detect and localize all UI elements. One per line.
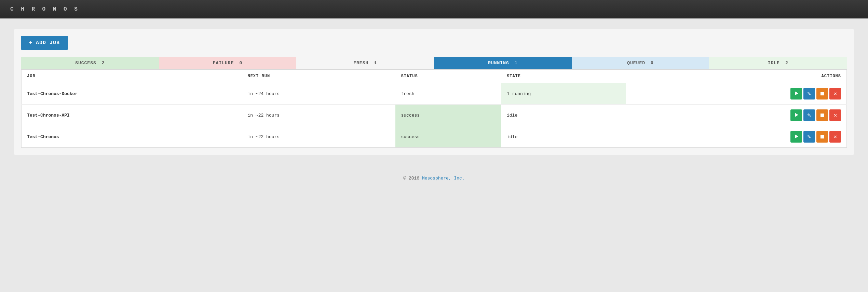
app-header: C H R O N O S [0,0,868,18]
status-bar: SUCCESS2FAILURE0FRESH1RUNNING1QUEUED0IDL… [21,57,847,69]
job-name: Test-Chronos [22,126,242,148]
delete-button[interactable] [829,131,841,143]
status-item-running[interactable]: RUNNING1 [434,57,572,69]
run-button[interactable] [790,109,802,121]
job-name: Test-Chronos-API [22,105,242,126]
col-actions: ACTIONS [626,70,846,83]
play-icon [794,134,798,140]
status-count-queued: 0 [651,61,654,66]
stop-button[interactable] [816,131,828,143]
status-label-failure: FAILURE [213,61,234,66]
delete-button[interactable] [829,109,841,121]
copyright-text: © 2016 [403,176,419,181]
status-count-success: 2 [102,61,105,66]
table-row: Test-Chronos-Docker in ~24 hours fresh 1… [22,83,847,105]
status-count-idle: 2 [785,61,788,66]
company-link[interactable]: Mesosphere, Inc. [422,176,465,181]
add-job-button[interactable]: + ADD JOB [21,36,68,50]
delete-icon [833,134,837,140]
edit-button[interactable] [803,131,815,143]
stop-button[interactable] [816,109,828,121]
state-value: idle [501,126,626,148]
delete-icon [833,112,837,118]
edit-button[interactable] [803,109,815,121]
col-job: JOB [22,70,242,83]
status-item-success[interactable]: SUCCESS2 [21,57,159,69]
jobs-table-container: JOB NEXT RUN STATUS STATE ACTIONS Test-C… [21,69,847,148]
status-item-failure[interactable]: FAILURE0 [159,57,297,69]
status-label-idle: IDLE [768,61,780,66]
edit-icon [807,112,811,118]
status-count-fresh: 1 [374,61,377,66]
table-header-row: JOB NEXT RUN STATUS STATE ACTIONS [22,70,847,83]
status-item-fresh[interactable]: FRESH1 [296,57,434,69]
next-run: in ~22 hours [242,126,395,148]
col-next-run: NEXT RUN [242,70,395,83]
col-state: STATE [501,70,626,83]
delete-button[interactable] [829,88,841,99]
edit-button[interactable] [803,88,815,99]
jobs-card: + ADD JOB SUCCESS2FAILURE0FRESH1RUNNING1… [14,29,854,155]
job-name: Test-Chronos-Docker [22,83,242,105]
edit-icon [807,91,811,96]
action-buttons-cell [626,83,846,105]
action-buttons-cell [626,105,846,126]
status-value: fresh [395,83,501,105]
status-value: success [395,126,501,148]
next-run: in ~22 hours [242,105,395,126]
play-icon [794,112,798,118]
status-label-fresh: FRESH [353,61,368,66]
state-value: 1 running [501,83,626,105]
jobs-table: JOB NEXT RUN STATUS STATE ACTIONS Test-C… [21,69,847,148]
status-label-success: SUCCESS [75,61,96,66]
run-button[interactable] [790,88,802,99]
action-buttons [632,109,841,121]
status-value: success [395,105,501,126]
page-footer: © 2016 Mesosphere, Inc. [0,165,868,191]
stop-button[interactable] [816,88,828,99]
action-buttons-cell [626,126,846,148]
status-count-running: 1 [515,61,518,66]
stop-icon [820,134,824,140]
status-item-idle[interactable]: IDLE2 [709,57,847,69]
table-row: Test-Chronos-API in ~22 hours success id… [22,105,847,126]
status-count-failure: 0 [239,61,242,66]
state-value: idle [501,105,626,126]
main-content: + ADD JOB SUCCESS2FAILURE0FRESH1RUNNING1… [0,18,868,165]
action-buttons [632,88,841,99]
run-button[interactable] [790,131,802,143]
app-logo: C H R O N O S [10,6,80,12]
next-run: in ~24 hours [242,83,395,105]
table-row: Test-Chronos in ~22 hours success idle [22,126,847,148]
col-status: STATUS [395,70,501,83]
status-label-running: RUNNING [488,61,509,66]
delete-icon [833,91,837,96]
stop-icon [820,112,824,118]
status-label-queued: QUEUED [627,61,645,66]
stop-icon [820,91,824,96]
play-icon [794,91,798,96]
status-item-queued[interactable]: QUEUED0 [572,57,709,69]
action-buttons [632,131,841,143]
edit-icon [807,134,811,140]
